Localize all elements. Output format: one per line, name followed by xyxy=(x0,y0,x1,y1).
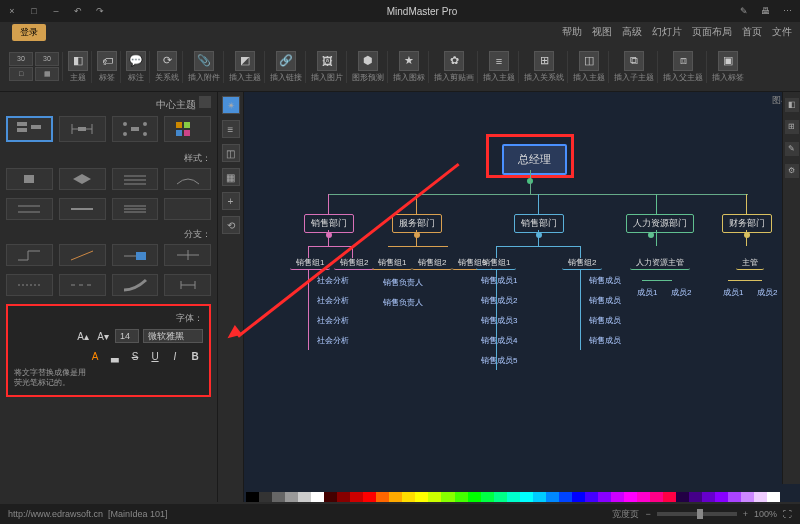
ribbon-item-11[interactable]: ≡插入主题 xyxy=(480,51,519,83)
branch-node-2[interactable]: 销售部门 xyxy=(514,214,564,233)
node-b1-2[interactable]: 销售负责人 xyxy=(378,296,428,309)
color-swatch[interactable] xyxy=(298,492,311,502)
node-c1-4[interactable]: 销售成员4 xyxy=(476,334,522,347)
window-minimize-icon[interactable]: – xyxy=(48,4,64,18)
color-swatch[interactable] xyxy=(285,492,298,502)
font-shrink-icon[interactable]: A▾ xyxy=(95,328,111,344)
color-swatch[interactable] xyxy=(767,492,780,502)
branch-1[interactable] xyxy=(6,244,53,266)
color-swatch[interactable] xyxy=(741,492,754,502)
mindmap-root[interactable]: 总经理 xyxy=(502,144,567,175)
branch-node-1[interactable]: 服务部门 xyxy=(392,214,442,233)
zoom-out-icon[interactable]: − xyxy=(645,509,650,519)
pencil-icon[interactable] xyxy=(199,96,211,108)
node-fin-s1[interactable]: 成员1 xyxy=(718,286,748,299)
menu-help[interactable]: 帮助 xyxy=(562,25,582,39)
menu-advanced[interactable]: 高级 xyxy=(622,25,642,39)
branch-7[interactable] xyxy=(112,274,159,296)
color-swatch[interactable] xyxy=(324,492,337,502)
node-b-1[interactable]: 销售组1 xyxy=(372,256,412,270)
qa-edit-icon[interactable]: ✎ xyxy=(736,4,752,18)
ribbon-item-7[interactable]: 🖼插入图片 xyxy=(308,51,347,83)
color-swatch[interactable] xyxy=(337,492,350,502)
color-swatch[interactable] xyxy=(272,492,285,502)
style-4[interactable] xyxy=(164,168,211,190)
node-hr-1[interactable]: 人力资源主管 xyxy=(630,256,690,270)
node-a1-4[interactable]: 社会分析 xyxy=(312,334,354,347)
rrail-btn-2[interactable]: ⊞ xyxy=(785,120,799,134)
branch-4[interactable] xyxy=(164,244,211,266)
node-fin-s2[interactable]: 成员2 xyxy=(752,286,782,299)
node-c2-2[interactable]: 销售成员 xyxy=(584,294,626,307)
node-c2-4[interactable]: 销售成员 xyxy=(584,334,626,347)
branch-3[interactable] xyxy=(112,244,159,266)
vtool-link-icon[interactable]: ⟲ xyxy=(222,216,240,234)
node-b1-1[interactable]: 销售负责人 xyxy=(378,276,428,289)
node-c1-1[interactable]: 销售成员1 xyxy=(476,274,522,287)
node-hr-s1[interactable]: 成员1 xyxy=(632,286,662,299)
paste-opt-1[interactable]: 30 xyxy=(9,52,33,66)
color-swatch[interactable] xyxy=(455,492,468,502)
color-swatch[interactable] xyxy=(624,492,637,502)
ribbon-item-2[interactable]: 💬标注 xyxy=(123,51,150,83)
paste-opt-2[interactable]: 30 xyxy=(35,52,59,66)
color-swatch[interactable] xyxy=(468,492,481,502)
branch-2[interactable] xyxy=(59,244,106,266)
color-swatch[interactable] xyxy=(585,492,598,502)
zoom-in-icon[interactable]: + xyxy=(743,509,748,519)
ribbon-item-0[interactable]: ◧主题 xyxy=(65,51,92,83)
ribbon-item-4[interactable]: 📎插入附件 xyxy=(185,51,224,83)
ribbon-item-16[interactable]: ▣插入标签 xyxy=(709,51,747,83)
node-c1-5[interactable]: 销售成员5 xyxy=(476,354,522,367)
color-swatch[interactable] xyxy=(402,492,415,502)
color-swatch[interactable] xyxy=(611,492,624,502)
color-swatch[interactable] xyxy=(520,492,533,502)
qa-redo-icon[interactable]: ↷ xyxy=(92,4,108,18)
style-6[interactable] xyxy=(59,198,106,220)
layout-shape-2[interactable] xyxy=(59,116,106,142)
color-swatch[interactable] xyxy=(376,492,389,502)
vtool-add-icon[interactable]: + xyxy=(222,192,240,210)
rrail-btn-4[interactable]: ⚙ xyxy=(785,164,799,178)
color-swatch[interactable] xyxy=(546,492,559,502)
node-a1-1[interactable]: 社会分析 xyxy=(312,274,354,287)
italic-icon[interactable]: I xyxy=(167,348,183,364)
branch-8[interactable] xyxy=(164,274,211,296)
underline-icon[interactable]: U xyxy=(147,348,163,364)
ribbon-item-3[interactable]: ⟳关系线 xyxy=(152,51,183,83)
font-name-input[interactable] xyxy=(143,329,203,343)
window-close-icon[interactable]: × xyxy=(4,4,20,18)
color-swatch[interactable] xyxy=(441,492,454,502)
layout-shape-3[interactable] xyxy=(112,116,159,142)
style-8[interactable] xyxy=(164,198,211,220)
node-c-1[interactable]: 销售组1 xyxy=(476,256,516,270)
color-swatch[interactable] xyxy=(481,492,494,502)
branch-dot-1[interactable] xyxy=(414,232,420,238)
node-b-2[interactable]: 销售组2 xyxy=(412,256,452,270)
style-5[interactable] xyxy=(6,198,53,220)
color-swatch[interactable] xyxy=(533,492,546,502)
branch-dot-0[interactable] xyxy=(326,232,332,238)
ribbon-item-5[interactable]: ◩插入主题 xyxy=(226,51,265,83)
color-swatch[interactable] xyxy=(637,492,650,502)
branch-dot-4[interactable] xyxy=(744,232,750,238)
font-color-icon[interactable]: A xyxy=(87,348,103,364)
menu-file[interactable]: 文件 xyxy=(772,25,792,39)
window-maximize-icon[interactable]: □ xyxy=(26,4,42,18)
vtool-text-icon[interactable]: ≡ xyxy=(222,120,240,138)
color-swatch[interactable] xyxy=(428,492,441,502)
style-2[interactable] xyxy=(59,168,106,190)
paste-opt-3[interactable]: □ xyxy=(9,67,33,81)
color-swatch[interactable] xyxy=(689,492,702,502)
font-size-input[interactable] xyxy=(115,329,139,343)
ribbon-item-10[interactable]: ✿插入剪贴画 xyxy=(431,51,478,83)
color-swatch[interactable] xyxy=(363,492,376,502)
vtool-image-icon[interactable]: ▦ xyxy=(222,168,240,186)
branch-node-0[interactable]: 销售部门 xyxy=(304,214,354,233)
mindmap-canvas[interactable]: 总经理 销售部门服务部门销售部门人力资源部门财务部门 销售组1 销售组2 社会分… xyxy=(248,108,782,498)
color-swatch[interactable] xyxy=(728,492,741,502)
color-swatch[interactable] xyxy=(507,492,520,502)
color-swatch[interactable] xyxy=(259,492,272,502)
fit-icon[interactable]: ⛶ xyxy=(783,509,792,519)
ribbon-item-13[interactable]: ◫插入主题 xyxy=(570,51,609,83)
